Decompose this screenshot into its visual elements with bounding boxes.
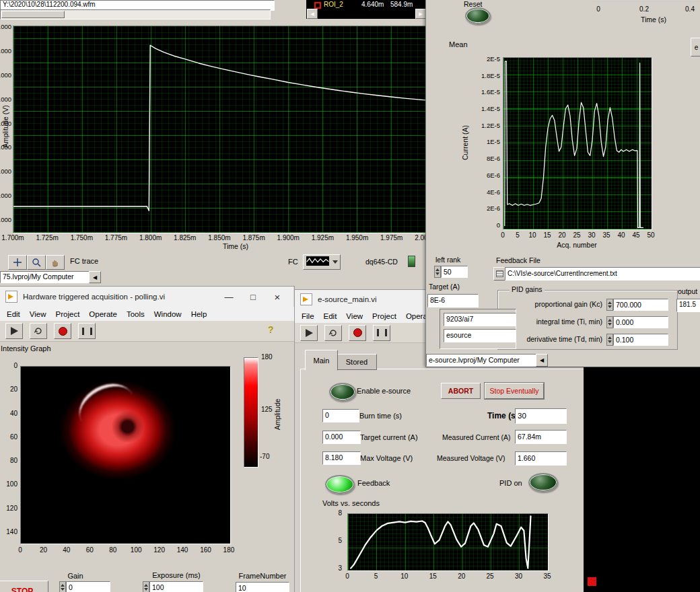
hw-toolbar	[0, 321, 299, 342]
stop-eventually-button[interactable]: Stop Eventually	[485, 383, 544, 399]
colorbar-mid-label: 125	[261, 406, 273, 413]
maximize-button[interactable]: □	[241, 287, 265, 307]
legend-scroll-left-button[interactable]: ◀	[307, 9, 318, 19]
abort-execution-button[interactable]	[349, 325, 366, 341]
desktop: Y:\2020\10\28\112200.094.wfm Amplitude (…	[0, 0, 700, 592]
feedback-led[interactable]	[325, 475, 355, 494]
mini-axis-tick-label: 0.4	[676, 5, 700, 13]
menu-item-window[interactable]: Window	[154, 310, 182, 318]
exposure-stepper[interactable]: 100	[143, 581, 203, 592]
close-button[interactable]: ×	[265, 287, 289, 307]
roi-label[interactable]: ROI_2	[324, 1, 343, 8]
stop-button[interactable]: STOP	[0, 581, 48, 592]
fc-x-axis-label: Time (s)	[195, 242, 276, 250]
gain-spinner-icon[interactable]	[59, 581, 66, 592]
menu-item-tools[interactable]: Tools	[127, 310, 145, 318]
target-current-field[interactable]: 0.000	[322, 431, 361, 444]
pid-kc-stepper[interactable]: 700.000	[606, 299, 668, 311]
left-rank-field[interactable]: 50	[441, 266, 468, 278]
current-x-tick: 25	[570, 231, 584, 239]
menu-item-view[interactable]: View	[346, 312, 363, 320]
mini-axis-tick	[643, 1, 644, 5]
mean-label: Mean	[449, 40, 468, 48]
pause-button[interactable]	[78, 323, 96, 339]
reset-led[interactable]	[465, 7, 491, 24]
volts-y-tick-3: 3	[331, 564, 342, 572]
panel-status-collapse-button[interactable]: ◀	[536, 354, 548, 367]
pid-kc-field[interactable]: 700.000	[613, 299, 668, 311]
abort-execution-button[interactable]	[54, 323, 71, 339]
burn-time-field[interactable]: 0	[322, 409, 359, 422]
stop-icon	[353, 328, 362, 337]
pause-button[interactable]	[373, 325, 390, 341]
pid-td-field[interactable]: 0.100	[613, 334, 668, 346]
zoom-tool-button[interactable]	[27, 255, 46, 270]
enable-esource-led[interactable]	[329, 383, 356, 401]
current-y-axis-label: Current (A)	[461, 109, 469, 176]
intensity-y-tick: 60	[10, 433, 18, 441]
fc-x-tick: 1.775m	[101, 234, 131, 242]
menu-item-operate[interactable]: Operate	[89, 310, 117, 318]
fc-y-tick: 1.000	[0, 168, 11, 175]
pid-ti-stepper[interactable]: 0.000	[606, 316, 668, 328]
cursor-tool-button[interactable]	[8, 255, 27, 270]
left-rank-spinner-icon[interactable]	[434, 266, 441, 278]
time-field[interactable]: 30	[515, 408, 567, 424]
run-continuous-button[interactable]	[30, 323, 47, 339]
pid-td-stepper[interactable]: 0.100	[606, 334, 668, 346]
intensity-x-tick: 60	[82, 546, 97, 554]
volts-x-tick: 20	[454, 572, 470, 580]
current-plot[interactable]	[503, 57, 652, 230]
pid-ti-spinner-icon[interactable]	[606, 316, 613, 328]
menu-item-project[interactable]: Project	[56, 310, 80, 318]
legend-scroll-right-button[interactable]: ▶	[415, 9, 425, 19]
path-scrollbar[interactable]	[0, 9, 271, 20]
volts-x-tick: 15	[425, 572, 441, 580]
minimize-button[interactable]: —	[217, 287, 241, 307]
pan-tool-button[interactable]	[46, 255, 65, 270]
run-button[interactable]	[300, 325, 318, 341]
pid-on-led[interactable]	[528, 473, 558, 492]
exposure-field[interactable]: 100	[149, 581, 203, 592]
pid-td-spinner-icon[interactable]	[606, 334, 613, 346]
menu-item-file[interactable]: File	[302, 312, 314, 320]
feedback-file-path-field[interactable]: C:\VIs\e-source\CurrentIncrement.txt	[505, 267, 700, 281]
volts-plot[interactable]	[347, 513, 549, 571]
fc-waveform-selector[interactable]	[303, 254, 341, 270]
fc-y-tick: 3.000	[0, 120, 11, 127]
tab-main[interactable]: Main	[305, 350, 338, 371]
pid-td-label: derivative time (Td, min)	[501, 335, 602, 343]
menu-item-edit[interactable]: Edit	[324, 312, 337, 320]
edge-button[interactable]: e	[691, 38, 700, 57]
menu-item-edit[interactable]: Edit	[7, 310, 20, 318]
fc-status-collapse-button[interactable]: ◀	[89, 271, 101, 283]
pause-icon	[377, 329, 387, 336]
browse-file-button[interactable]	[493, 267, 505, 281]
device-channel-field[interactable]: 9203/ai7	[444, 313, 516, 326]
device-label: dq645-CD	[365, 258, 398, 266]
menu-item-project[interactable]: Project	[372, 312, 396, 320]
left-rank-stepper[interactable]: 50	[434, 266, 468, 278]
task-name-field[interactable]: esource	[444, 329, 516, 342]
abort-button[interactable]: ABORT	[441, 383, 481, 399]
menu-item-view[interactable]: View	[30, 310, 46, 318]
run-button[interactable]	[5, 323, 23, 339]
pid-ti-label: integral time (Ti, min)	[501, 318, 602, 326]
fc-x-tick: 1.875m	[239, 234, 269, 242]
intensity-plot[interactable]	[20, 366, 231, 544]
fc-plot[interactable]	[13, 26, 425, 233]
pid-ti-field[interactable]: 0.000	[613, 316, 668, 328]
help-icon[interactable]: ?	[268, 324, 274, 335]
pid-kc-spinner-icon[interactable]	[606, 299, 613, 311]
scrollbar-thumb[interactable]	[1, 11, 65, 18]
current-x-tick: 40	[615, 231, 628, 239]
tab-stored[interactable]: Stored	[337, 354, 377, 370]
max-voltage-field[interactable]: 8.180	[322, 451, 361, 465]
gain-stepper[interactable]: 0	[59, 581, 110, 592]
gain-field[interactable]: 0	[66, 581, 110, 592]
menu-item-help[interactable]: Help	[191, 310, 207, 318]
run-continuous-button[interactable]	[324, 325, 342, 341]
target-a-field[interactable]: 8E-6	[427, 294, 479, 307]
exposure-spinner-icon[interactable]	[143, 581, 149, 592]
run-continuous-icon	[34, 326, 43, 336]
